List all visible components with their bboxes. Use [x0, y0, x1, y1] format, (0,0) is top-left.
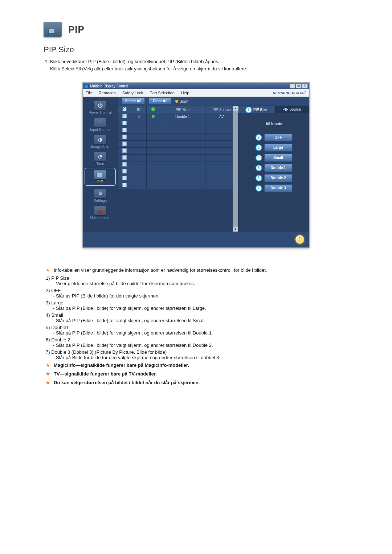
busy-indicator: Busy: [175, 99, 188, 103]
window-title: Multiple Display Control: [90, 84, 128, 88]
callout-5: 5: [256, 165, 262, 171]
clear-all-button[interactable]: Clear All: [148, 98, 172, 104]
input-icon: [94, 118, 106, 127]
sidebar-item-image[interactable]: Image Size: [85, 134, 115, 149]
callout-7: 7: [256, 185, 262, 192]
option-double3-button[interactable]: Double 3: [264, 184, 293, 192]
callout-4: 4: [256, 155, 262, 161]
brand-logo: SAMSUNG DIGITall: [273, 91, 306, 95]
sidebar-item-input[interactable]: Input Source: [85, 117, 115, 132]
option-double1-button[interactable]: Double 1: [264, 164, 293, 172]
table-row[interactable]: [118, 120, 238, 127]
tab-label: PIP Size: [253, 106, 268, 114]
table-row[interactable]: [118, 168, 238, 175]
row-checkbox[interactable]: [122, 128, 127, 132]
time-icon: [94, 152, 106, 161]
scrollbar[interactable]: ▲ ▼: [233, 106, 238, 232]
header-checkbox-icon: [122, 107, 127, 111]
row-checkbox[interactable]: [122, 162, 127, 167]
sidebar-item-label: Time: [96, 162, 104, 166]
menu-help[interactable]: Help: [181, 91, 189, 95]
titlebar: Multiple Display Control _ ▭ ✕: [83, 83, 309, 89]
maximize-button[interactable]: ▭: [296, 83, 302, 89]
sidebar-item-power[interactable]: Power Control: [85, 100, 115, 115]
row-checkbox[interactable]: [122, 135, 127, 139]
intro-line2: Klikk Select All (Velg alle) eller bruk …: [50, 65, 348, 73]
note-1-desc: - Viser gjeldende størrelse på bilde i b…: [44, 281, 348, 286]
sidebar-item-label: Input Source: [90, 128, 111, 132]
menu-remocon[interactable]: Remocon: [99, 91, 116, 95]
note-2-desc: - Slår av PIP (Bilde i bilde) for den va…: [44, 293, 348, 299]
note-star-magicinfo: MagicInfo—signalkilde fungerer bare på M…: [44, 362, 348, 369]
row-checkbox[interactable]: [122, 141, 127, 146]
note-4-label: 4) Small: [44, 312, 348, 318]
minimize-button[interactable]: _: [290, 83, 295, 89]
scroll-down-button[interactable]: ▼: [233, 227, 238, 232]
row-checkbox[interactable]: [122, 121, 127, 125]
status-dot-icon: [152, 115, 155, 118]
app-icon: [84, 84, 89, 88]
note-6-label: 6) Double 2: [44, 337, 348, 342]
note-4-desc: - Slår på PIP (Bilde i bilde) for valgt …: [44, 318, 348, 323]
image-icon: [94, 135, 106, 144]
sidebar-item-label: Maintenance: [90, 216, 110, 220]
row-checkbox[interactable]: [122, 155, 127, 160]
row-checkbox[interactable]: [122, 169, 127, 173]
notes: Info-tabellen viser grunnleggende inform…: [44, 267, 348, 387]
row-checkbox[interactable]: [122, 183, 127, 187]
option-double2-button[interactable]: Double 2: [264, 174, 293, 182]
pip-icon: [44, 22, 62, 37]
option-small-button[interactable]: Small: [264, 154, 293, 162]
row-checkbox[interactable]: [122, 114, 127, 118]
all-inputs-label: All Inputs: [266, 122, 282, 126]
note-3-label: 3) Large: [44, 300, 348, 305]
note-7-desc: - Slår på Bilde for bilde for den valgte…: [44, 355, 348, 360]
note-5-label: 5) Double1: [44, 325, 348, 330]
warning-icon: !: [295, 235, 304, 244]
status-bar: !: [83, 232, 309, 247]
option-off-button[interactable]: OFF: [264, 134, 293, 141]
menu-portselection[interactable]: Port Selection: [150, 91, 174, 95]
note-star-size: Du kan velge størrelsen på bildet i bild…: [44, 379, 348, 386]
sidebar-item-maintenance[interactable]: Maintenance: [85, 205, 115, 220]
table-row[interactable]: [118, 148, 238, 155]
intro-list: Klikk hovedikonet PIP (Bilde i bildet), …: [50, 58, 348, 72]
note-1-label: 1) PIP Size: [44, 275, 348, 281]
sidebar: Power Control Input Source Image Size Ti…: [83, 97, 118, 232]
menu-file[interactable]: File: [86, 91, 92, 95]
option-large-button[interactable]: Large: [264, 144, 293, 152]
row-checkbox[interactable]: [122, 148, 127, 153]
note-5-desc: - Slår på PIP (Bilde i bilde) for valgt …: [44, 330, 348, 336]
tab-pip-size[interactable]: 1 PIP Size: [238, 106, 274, 113]
sidebar-item-label: PIP: [97, 180, 103, 184]
table-row[interactable]: [118, 141, 238, 148]
table-row[interactable]: [118, 155, 238, 161]
power-icon: [94, 100, 106, 110]
table-row[interactable]: [118, 127, 238, 134]
intro-line1: Klikk hovedikonet PIP (Bilde i bildet), …: [50, 59, 219, 64]
sidebar-item-settings[interactable]: Settings: [85, 188, 115, 203]
scroll-up-button[interactable]: ▲: [233, 106, 238, 111]
table-row[interactable]: [118, 182, 238, 189]
toolbar: Select All Clear All Busy: [118, 97, 309, 106]
note-star-tv: TV—signalkilde fungerer bare på TV-model…: [44, 370, 348, 378]
menu-safetylock[interactable]: Safety Lock: [122, 91, 143, 95]
options-panel: 1 PIP Size PIP Source All Inputs 2 OFF: [238, 106, 309, 232]
sidebar-item-time[interactable]: Time: [85, 151, 115, 166]
table-row[interactable]: [118, 161, 238, 168]
tab-pip-source[interactable]: PIP Source: [274, 106, 310, 113]
table-row[interactable]: [118, 175, 238, 182]
sidebar-item-pip[interactable]: PIP: [85, 168, 116, 186]
close-button[interactable]: ✕: [302, 83, 308, 89]
window-controls: _ ▭ ✕: [290, 83, 308, 89]
select-all-button[interactable]: Select All: [122, 98, 145, 104]
table-row[interactable]: 0 Double 1 AV: [118, 113, 238, 120]
row-checkbox[interactable]: [122, 176, 127, 180]
note-2-label: 2) OFF: [44, 288, 348, 293]
menubar: File Remocon Safety Lock Port Selection …: [83, 89, 309, 97]
section-heading: PIP Size: [44, 45, 348, 54]
header-status-icon: [151, 107, 155, 111]
table-row[interactable]: [118, 134, 238, 141]
maintenance-icon: [94, 206, 106, 215]
callout-2: 2: [256, 134, 262, 141]
